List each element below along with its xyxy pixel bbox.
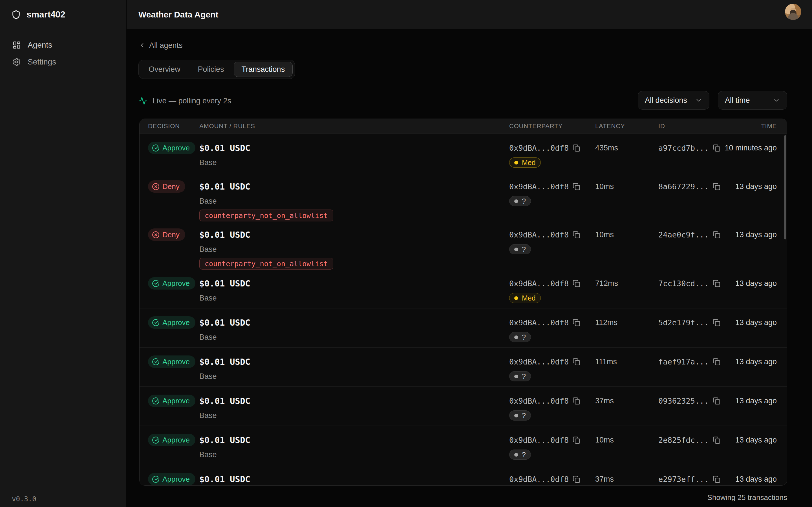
counterparty-cell: 0x9dBA...0df8 ? (509, 395, 595, 420)
time-cell: 13 days ago (721, 180, 787, 193)
main-content: All agents Overview Policies Transaction… (126, 30, 812, 507)
copy-icon[interactable] (573, 144, 580, 152)
copy-icon[interactable] (713, 183, 720, 190)
network-label: Base (199, 293, 217, 303)
copy-icon[interactable] (573, 183, 580, 190)
id-cell: 2e825fdc... (658, 434, 721, 446)
counterparty-cell: 0x9dBA...0df8 ? (509, 434, 595, 460)
risk-badge: ? (509, 371, 531, 381)
risk-label: Med (522, 159, 536, 167)
decision-filter-select[interactable]: All decisions (638, 91, 709, 110)
table-row[interactable]: Approve $0.01 USDC Base 0x9dBA...0df8 (140, 426, 787, 465)
sidebar-item[interactable]: Agents (0, 37, 126, 54)
decision-cell: Approve (140, 355, 199, 368)
copy-icon[interactable] (713, 144, 720, 152)
app-version: v0.3.0 (12, 495, 36, 503)
copy-icon[interactable] (573, 436, 580, 444)
copy-icon[interactable] (713, 397, 720, 405)
latency-cell: 111ms (595, 355, 658, 368)
risk-label: ? (522, 333, 526, 341)
amount-rules-cell: $0.01 USDC Base (199, 142, 509, 168)
amount-rules-cell: $0.01 USDC Base counterparty_not_on_allo… (199, 180, 509, 221)
column-header-time: TIME (721, 122, 787, 130)
counterparty-address: 0x9dBA...0df8 (509, 318, 569, 327)
copy-icon[interactable] (713, 231, 720, 238)
id-cell: 24ae0c9f... (658, 228, 721, 241)
table-row[interactable]: Approve $0.01 USDC Base 0x9dBA...0df8 (140, 465, 787, 486)
copy-icon[interactable] (573, 319, 580, 327)
decision-filter-value: All decisions (645, 96, 687, 105)
shield-icon (11, 10, 21, 19)
column-header-latency: LATENCY (595, 122, 658, 130)
table-row[interactable]: Approve $0.01 USDC Base 0x9dBA...0df8 (140, 269, 787, 308)
time-filter-select[interactable]: All time (718, 91, 787, 110)
risk-label: ? (522, 245, 526, 253)
decision-badge: Approve (148, 316, 195, 329)
tab[interactable]: Overview (141, 62, 188, 77)
copy-icon[interactable] (713, 436, 720, 444)
risk-label: ? (522, 372, 526, 381)
chevron-down-icon (773, 97, 780, 104)
copy-icon[interactable] (713, 475, 720, 483)
latency-cell: 10ms (595, 180, 658, 193)
table-row[interactable]: Deny $0.01 USDC Base counterparty_not_on… (140, 173, 787, 221)
table-scrollbar-thumb[interactable] (784, 135, 786, 239)
user-avatar[interactable] (785, 4, 801, 20)
decision-label: Approve (162, 436, 190, 445)
counterparty-address: 0x9dBA...0df8 (509, 436, 569, 445)
transaction-id: 2e825fdc... (658, 436, 709, 445)
check-circle-icon (152, 358, 160, 365)
copy-icon[interactable] (573, 280, 580, 287)
network-label: Base (199, 332, 217, 342)
table-row[interactable]: Approve $0.01 USDC Base 0x9dBA...0df8 (140, 347, 787, 386)
sidebar-footer: v0.3.0 (0, 491, 126, 507)
live-status: Live — polling every 2s (139, 92, 231, 110)
sidebar-item[interactable]: Settings (0, 54, 126, 70)
nav-item-icon (12, 41, 21, 49)
table-row[interactable]: Approve $0.01 USDC Base 0x9dBA...0df8 (140, 386, 787, 426)
brand-name: smart402 (27, 10, 65, 20)
decision-badge: Approve (148, 355, 195, 368)
amount-value: $0.01 USDC (199, 396, 250, 406)
check-circle-icon (152, 475, 160, 483)
amount-rules-cell: $0.01 USDC Base (199, 355, 509, 381)
risk-dot-icon (514, 247, 518, 251)
table-row[interactable]: Deny $0.01 USDC Base counterparty_not_on… (140, 221, 787, 269)
network-label: Base (199, 158, 217, 168)
id-cell: a97ccd7b... (658, 142, 721, 154)
time-filter-value: All time (725, 96, 750, 105)
tab[interactable]: Transactions (234, 62, 293, 77)
copy-icon[interactable] (573, 358, 580, 365)
id-cell: 09362325... (658, 395, 721, 407)
table-row[interactable]: Approve $0.01 USDC Base 0x9dBA...0df8 (140, 308, 787, 347)
amount-value: $0.01 USDC (199, 318, 250, 328)
time-cell: 13 days ago (721, 395, 787, 407)
copy-icon[interactable] (713, 319, 720, 327)
tab-label: Overview (149, 65, 181, 74)
decision-badge: Approve (148, 277, 195, 290)
decision-label: Approve (162, 397, 190, 405)
transaction-id: 8a667229... (658, 182, 709, 191)
check-circle-icon (152, 144, 160, 152)
time-value: 13 days ago (735, 230, 777, 239)
id-cell: 7cc130cd... (658, 277, 721, 290)
transaction-id: 5d2e179f... (658, 318, 709, 327)
table-body: Approve $0.01 USDC Base 0x9dBA...0df8 (140, 133, 787, 486)
network-label: Base (199, 371, 217, 381)
copy-icon[interactable] (573, 475, 580, 483)
table-row[interactable]: Approve $0.01 USDC Base 0x9dBA...0df8 (140, 133, 787, 173)
id-cell: 5d2e179f... (658, 316, 721, 329)
activity-pulse-icon (139, 96, 147, 105)
copy-icon[interactable] (713, 280, 720, 287)
tab[interactable]: Policies (190, 62, 232, 77)
breadcrumb[interactable]: All agents (139, 40, 183, 50)
latency-value: 37ms (595, 475, 614, 484)
copy-icon[interactable] (573, 397, 580, 405)
decision-cell: Approve (140, 473, 199, 485)
copy-icon[interactable] (573, 231, 580, 238)
risk-badge: ? (509, 196, 531, 206)
latency-cell: 10ms (595, 434, 658, 446)
risk-badge: Med (509, 293, 541, 303)
latency-value: 37ms (595, 397, 614, 405)
copy-icon[interactable] (713, 358, 720, 365)
